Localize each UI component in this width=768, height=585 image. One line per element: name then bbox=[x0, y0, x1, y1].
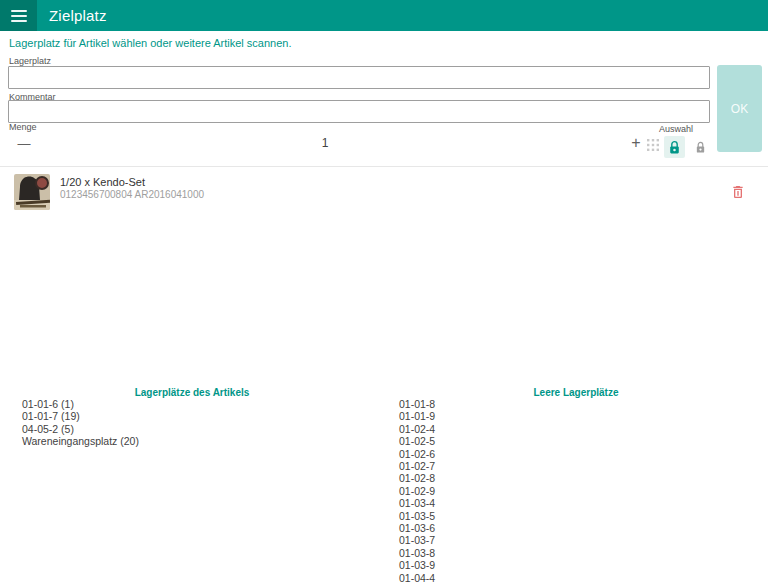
kommentar-input[interactable] bbox=[8, 100, 710, 123]
empty-locations-header: Leere Lagerplätze bbox=[384, 387, 768, 398]
lagerplatz-input[interactable] bbox=[8, 66, 710, 89]
lock-icon-active bbox=[668, 140, 681, 155]
menu-button[interactable] bbox=[0, 0, 37, 31]
article-location-item[interactable]: 01-01-6 (1) bbox=[22, 398, 372, 410]
auswahl-label: Auswahl bbox=[659, 124, 689, 134]
article-locations-list: 01-01-6 (1)01-01-7 (19)04-05-2 (5)Warene… bbox=[22, 398, 372, 448]
empty-location-item[interactable]: 01-02-6 bbox=[399, 448, 749, 460]
empty-location-item[interactable]: 01-03-5 bbox=[399, 510, 749, 522]
lock-unselected-button[interactable] bbox=[692, 139, 708, 155]
ok-button[interactable]: OK bbox=[717, 65, 762, 152]
empty-location-item[interactable]: 01-03-6 bbox=[399, 522, 749, 534]
lock-icon-inactive bbox=[695, 141, 706, 154]
lock-selected-button[interactable] bbox=[664, 136, 685, 158]
empty-location-item[interactable]: 01-02-5 bbox=[399, 435, 749, 447]
empty-location-item[interactable]: 01-01-9 bbox=[399, 410, 749, 422]
trash-icon bbox=[730, 184, 746, 200]
article-locations-header: Lagerplätze des Artikels bbox=[0, 387, 384, 398]
lagerplatz-label: Lagerplatz bbox=[9, 56, 51, 66]
menge-label: Menge bbox=[9, 122, 37, 132]
divider bbox=[0, 166, 768, 167]
article-location-item[interactable]: Wareneingangsplatz (20) bbox=[22, 435, 372, 447]
empty-location-item[interactable]: 01-04-4 bbox=[399, 572, 749, 584]
quantity-value: 1 bbox=[0, 136, 650, 150]
page-title: Zielplatz bbox=[37, 0, 107, 31]
zielplatz-screen: Zielplatz Lagerplatz für Artikel wählen … bbox=[0, 0, 768, 585]
app-bar: Zielplatz bbox=[0, 0, 768, 31]
empty-location-item[interactable]: 01-03-7 bbox=[399, 534, 749, 546]
delete-item-button[interactable] bbox=[728, 183, 748, 203]
empty-location-item[interactable]: 01-02-8 bbox=[399, 472, 749, 484]
grid-dots-button[interactable] bbox=[646, 138, 660, 152]
grid-dots-icon bbox=[646, 138, 660, 152]
item-title: 1/20 x Kendo-Set bbox=[60, 176, 145, 188]
empty-location-item[interactable]: 01-03-4 bbox=[399, 497, 749, 509]
hamburger-icon bbox=[11, 10, 27, 22]
empty-location-item[interactable]: 01-03-9 bbox=[399, 559, 749, 571]
article-location-item[interactable]: 01-01-7 (19) bbox=[22, 410, 372, 422]
empty-location-item[interactable]: 01-01-8 bbox=[399, 398, 749, 410]
item-thumbnail bbox=[14, 174, 50, 210]
article-location-item[interactable]: 04-05-2 (5) bbox=[22, 423, 372, 435]
empty-locations-list: 01-01-801-01-901-02-401-02-501-02-601-02… bbox=[399, 398, 749, 585]
empty-location-item[interactable]: 01-03-8 bbox=[399, 547, 749, 559]
quantity-plus-button[interactable]: + bbox=[626, 133, 646, 153]
item-subtitle: 0123456700804 AR2016041000 bbox=[60, 189, 204, 200]
empty-location-item[interactable]: 01-02-7 bbox=[399, 460, 749, 472]
empty-location-item[interactable]: 01-02-4 bbox=[399, 423, 749, 435]
empty-location-item[interactable]: 01-02-9 bbox=[399, 485, 749, 497]
instruction-text: Lagerplatz für Artikel wählen oder weite… bbox=[9, 37, 292, 49]
kendo-set-image bbox=[14, 174, 50, 210]
